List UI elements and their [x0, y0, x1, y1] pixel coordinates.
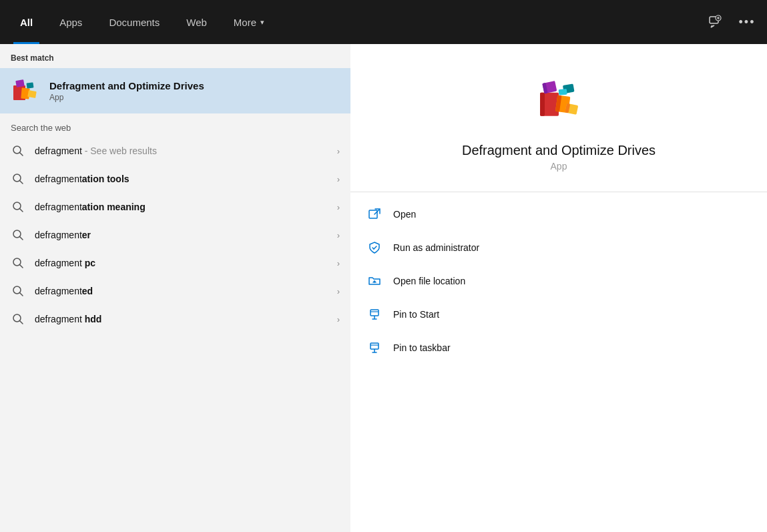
search-icon	[11, 284, 25, 298]
search-icon	[11, 200, 25, 214]
svg-line-10	[20, 153, 23, 156]
feedback-button[interactable]	[702, 9, 728, 35]
result-text: defragmentation meaning	[35, 202, 337, 212]
search-icon	[11, 256, 25, 270]
svg-rect-33	[369, 210, 377, 218]
result-text: defragmented	[35, 286, 337, 296]
admin-label: Run as administrator	[393, 242, 479, 253]
app-detail-title: Defragment and Optimize Drives	[462, 143, 656, 158]
tab-documents[interactable]: Documents	[95, 0, 173, 44]
app-icon	[11, 76, 40, 105]
open-label: Open	[393, 209, 416, 220]
chevron-right-icon: ›	[337, 230, 340, 240]
result-text: defragment - See web results	[35, 146, 337, 156]
open-action[interactable]: Open	[350, 198, 767, 231]
chevron-right-icon: ›	[337, 286, 340, 296]
pin-start-label: Pin to Start	[393, 309, 439, 320]
svg-line-16	[20, 237, 23, 240]
svg-rect-8	[27, 90, 37, 98]
tab-all[interactable]: All	[7, 0, 46, 44]
svg-rect-24	[540, 93, 545, 116]
result-text: defragment hdd	[35, 314, 337, 324]
best-match-bold: Defragment	[49, 80, 105, 91]
pin-taskbar-icon	[366, 340, 382, 356]
best-match-title: Defragment and Optimize Drives	[49, 80, 204, 91]
left-panel: Best match D	[0, 44, 350, 532]
list-item[interactable]: defragmentation tools ›	[0, 165, 350, 193]
pin-to-start-action[interactable]: Pin to Start	[350, 298, 767, 331]
best-match-text: Defragment and Optimize Drives App	[49, 80, 204, 102]
list-item[interactable]: defragment hdd ›	[0, 305, 350, 333]
result-text: defragment pc	[35, 258, 337, 268]
folder-icon	[366, 273, 382, 289]
svg-line-12	[20, 181, 23, 184]
result-text: defragmenter	[35, 230, 337, 240]
search-icon	[11, 228, 25, 242]
best-match-label: Best match	[0, 44, 350, 68]
chevron-right-icon: ›	[337, 146, 340, 156]
main-layout: Best match D	[0, 44, 767, 532]
svg-rect-40	[370, 310, 378, 316]
list-item[interactable]: defragmentation meaning ›	[0, 193, 350, 221]
best-match-item[interactable]: Defragment and Optimize Drives App	[0, 68, 350, 113]
search-icon	[11, 144, 25, 158]
pin-taskbar-label: Pin to taskbar	[393, 342, 451, 353]
search-icon	[11, 312, 25, 326]
right-panel: Defragment and Optimize Drives App Open	[350, 44, 767, 532]
tab-web[interactable]: Web	[173, 0, 220, 44]
list-item[interactable]: defragment pc ›	[0, 249, 350, 277]
ellipsis-icon: •••	[739, 15, 756, 29]
svg-line-22	[20, 321, 23, 324]
best-match-rest: and Optimize Drives	[105, 80, 204, 91]
chevron-right-icon: ›	[337, 314, 340, 324]
pin-to-taskbar-action[interactable]: Pin to taskbar	[350, 331, 767, 364]
app-big-icon	[529, 71, 589, 131]
more-options-button[interactable]: •••	[734, 9, 760, 35]
result-text: defragmentation tools	[35, 174, 337, 184]
feedback-icon	[708, 15, 722, 29]
file-location-label: Open file location	[393, 276, 465, 286]
action-list: Open Run as administrator	[350, 192, 767, 370]
svg-rect-32	[559, 89, 567, 95]
chevron-right-icon: ›	[337, 174, 340, 184]
web-section-label: Search the web	[0, 116, 350, 137]
more-arrow-icon: ▾	[260, 18, 264, 27]
svg-line-20	[20, 293, 23, 296]
app-detail-header: Defragment and Optimize Drives App	[350, 44, 767, 192]
svg-rect-5	[15, 79, 25, 87]
open-file-location-action[interactable]: Open file location	[350, 264, 767, 298]
best-match-subtitle: App	[49, 93, 204, 102]
chevron-right-icon: ›	[337, 202, 340, 212]
list-item[interactable]: defragmented ›	[0, 277, 350, 305]
search-icon	[11, 172, 25, 186]
topbar-tabs: All Apps Documents Web More ▾	[7, 0, 702, 44]
admin-icon	[366, 240, 382, 256]
list-item[interactable]: defragmenter ›	[0, 221, 350, 249]
svg-rect-7	[26, 82, 33, 88]
tab-apps[interactable]: Apps	[46, 0, 95, 44]
topbar: All Apps Documents Web More ▾ ••	[0, 0, 767, 44]
svg-line-14	[20, 209, 23, 212]
app-detail-subtitle: App	[551, 161, 567, 172]
svg-rect-44	[370, 343, 378, 349]
svg-line-18	[20, 265, 23, 268]
open-icon	[366, 206, 382, 222]
chevron-right-icon: ›	[337, 258, 340, 268]
svg-line-36	[374, 246, 376, 249]
run-as-admin-action[interactable]: Run as administrator	[350, 231, 767, 264]
topbar-icon-group: •••	[702, 9, 760, 35]
pin-start-icon	[366, 306, 382, 322]
list-item[interactable]: defragment - See web results ›	[0, 137, 350, 165]
tab-more[interactable]: More ▾	[220, 0, 278, 44]
